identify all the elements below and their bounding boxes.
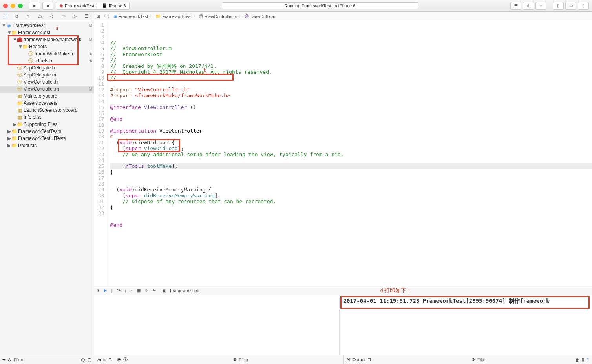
tree-row[interactable]: ▶📁Supporting Files bbox=[0, 121, 94, 128]
toggle-navigator-button[interactable]: ▯ bbox=[553, 2, 564, 10]
device-name: iPhone 6 bbox=[109, 4, 126, 8]
tree-row[interactable]: ⓜAppDelegate.m bbox=[0, 71, 94, 78]
filter-icon: ⊚ bbox=[7, 357, 11, 362]
debug-navigator-icon[interactable]: ▭ bbox=[61, 13, 68, 20]
toggle-utilities-button[interactable]: ▯ bbox=[578, 2, 589, 10]
console-output: 2017-04-01 11:19:51.723 FrameworkTest[28… bbox=[344, 298, 550, 304]
breakpoints-icon[interactable]: ▶ bbox=[104, 288, 107, 293]
forward-button[interactable]: 〉 bbox=[108, 13, 112, 19]
variables-view[interactable] bbox=[94, 295, 340, 355]
m-file-icon: ⓜ bbox=[199, 13, 203, 19]
toggle-debug-button[interactable]: ▭ bbox=[565, 2, 576, 10]
scheme-name: FrameworkTest bbox=[65, 4, 94, 8]
tree-row[interactable]: ▦Main.storyboard bbox=[0, 93, 94, 100]
tree-row[interactable]: ▶📁Products bbox=[0, 142, 94, 149]
run-button[interactable]: ▶ bbox=[29, 2, 40, 10]
tree-row[interactable]: ▼🧰frameWorkMake.frameworkM bbox=[0, 36, 94, 43]
traffic-lights bbox=[3, 4, 23, 8]
standard-editor-button[interactable]: ☰ bbox=[510, 2, 521, 10]
console-filter-input[interactable] bbox=[477, 357, 573, 362]
annotation-label-b: b bbox=[204, 67, 206, 73]
find-navigator-icon[interactable]: ⚠ bbox=[38, 13, 44, 20]
project-icon: ▣ bbox=[113, 14, 117, 19]
debug-area: ▾ ▶ ‖ ↷ ↓ ↑ ▦ ⚛ ➤ ▣ FrameworkTest d 打印如下… bbox=[94, 286, 592, 364]
report-navigator-icon[interactable]: ☰ bbox=[84, 13, 91, 20]
tree-row[interactable]: ▶📁FrameworkTestUITests bbox=[0, 135, 94, 142]
test-navigator-icon[interactable]: ◇ bbox=[50, 13, 56, 20]
line-gutter: 1234567891011121314151617181920212223242… bbox=[94, 21, 107, 286]
toggle-right-pane-icon[interactable]: ▯ bbox=[587, 357, 589, 362]
console-filter-bar: All Output⇅ ⊚ 🗑 ▯ ▯ bbox=[343, 355, 592, 364]
scheme-selector[interactable]: ◉ FrameworkTest 〉 📱 iPhone 6 bbox=[56, 2, 130, 10]
recent-filter-icon[interactable]: ◷ bbox=[81, 357, 85, 362]
version-editor-button[interactable]: ↔ bbox=[535, 2, 546, 10]
project-tree[interactable]: ▼◉ FrameworkTest M ▼📁FrameworkTest▼🧰fram… bbox=[0, 21, 94, 355]
annotation-label-c: c bbox=[110, 133, 113, 139]
crumb-3[interactable]: -viewDidLoad bbox=[250, 14, 276, 19]
close-button[interactable] bbox=[3, 4, 8, 8]
toggle-left-pane-icon[interactable]: ▯ bbox=[582, 357, 584, 362]
navigator-filter-bar: + ⊚ ◷ ▢ bbox=[0, 355, 94, 364]
step-into-icon[interactable]: ↓ bbox=[124, 288, 127, 293]
symbol-navigator-icon[interactable]: ○ bbox=[26, 13, 33, 20]
print-icon[interactable]: ⓘ bbox=[123, 357, 128, 362]
step-over-icon[interactable]: ↷ bbox=[117, 288, 121, 293]
source-control-icon[interactable]: ⧉ bbox=[15, 13, 21, 20]
toolbar: ▶ ■ ◉ FrameworkTest 〉 📱 iPhone 6 Running… bbox=[0, 0, 592, 12]
add-icon[interactable]: + bbox=[2, 357, 5, 362]
memory-graph-icon[interactable]: ⚛ bbox=[144, 288, 148, 293]
source-editor[interactable]: 1234567891011121314151617181920212223242… bbox=[94, 21, 592, 286]
hide-debug-icon[interactable]: ▾ bbox=[97, 288, 100, 293]
process-name[interactable]: FrameworkTest bbox=[170, 288, 199, 293]
quicklook-icon[interactable]: ◉ bbox=[117, 357, 121, 362]
annotation-label-a: a bbox=[56, 25, 58, 31]
code-content[interactable]: //// ViewController.m// FrameworkTest///… bbox=[107, 21, 592, 286]
variables-filter-input[interactable] bbox=[239, 357, 340, 362]
project-navigator-icon[interactable]: ▢ bbox=[3, 13, 9, 20]
tree-row[interactable]: ⓗViewController.h bbox=[0, 78, 94, 86]
tree-row[interactable]: ⓗframeWorkMake.hA bbox=[0, 50, 94, 57]
auto-scope[interactable]: Auto bbox=[97, 357, 106, 362]
scheme-separator: 〉 bbox=[96, 3, 100, 9]
crumb-2[interactable]: ViewController.m bbox=[205, 14, 237, 19]
console-view[interactable]: 2017-04-01 11:19:51.723 FrameworkTest[28… bbox=[340, 295, 592, 355]
breakpoint-navigator-icon[interactable]: ▷ bbox=[73, 13, 79, 20]
assistant-editor-button[interactable]: ◎ bbox=[523, 2, 534, 10]
tree-row[interactable]: ⓜViewController.mM bbox=[0, 86, 94, 93]
output-scope[interactable]: All Output bbox=[347, 357, 365, 362]
navigator-filter-input[interactable] bbox=[14, 357, 79, 362]
zoom-button[interactable] bbox=[18, 4, 23, 8]
filter-icon: ⊚ bbox=[233, 357, 237, 362]
navigator: ▢ ⧉ ○ ⚠ ◇ ▭ ▷ ☰ ▼◉ FrameworkTest M ▼📁Fra… bbox=[0, 12, 94, 364]
device-icon: 📱 bbox=[102, 3, 107, 8]
editor-area: ⊞ 〈 〉 ▣FrameworkTest 〉 📁FrameworkTest 〉 … bbox=[94, 12, 592, 364]
tree-row[interactable]: ▦Info.plist bbox=[0, 114, 94, 121]
tree-row[interactable]: ▶📁FrameworkTestTests bbox=[0, 128, 94, 135]
tree-label: FrameworkTest bbox=[13, 23, 88, 28]
tree-row[interactable]: ⓗAppDelegate.h bbox=[0, 64, 94, 71]
debug-toolbar: ▾ ▶ ‖ ↷ ↓ ↑ ▦ ⚛ ➤ ▣ FrameworkTest d 打印如下… bbox=[94, 286, 592, 295]
tree-root[interactable]: ▼◉ FrameworkTest M bbox=[0, 22, 94, 29]
step-out-icon[interactable]: ↑ bbox=[131, 288, 133, 293]
tree-row[interactable]: 📁Assets.xcassets bbox=[0, 100, 94, 107]
jump-bar[interactable]: ⊞ 〈 〉 ▣FrameworkTest 〉 📁FrameworkTest 〉 … bbox=[94, 12, 592, 21]
crumb-1[interactable]: FrameworkTest bbox=[162, 14, 192, 19]
continue-icon[interactable]: ‖ bbox=[111, 288, 113, 293]
activity-view: Running FrameworkTest on iPhone 6 bbox=[222, 2, 418, 9]
tree-row[interactable]: ▦LaunchScreen.storyboard bbox=[0, 107, 94, 114]
tree-row[interactable]: ▼📁FrameworkTest bbox=[0, 29, 94, 36]
scm-status: M bbox=[89, 24, 92, 28]
minimize-button[interactable] bbox=[11, 4, 15, 8]
navigator-selector: ▢ ⧉ ○ ⚠ ◇ ▭ ▷ ☰ bbox=[0, 12, 94, 21]
location-icon[interactable]: ➤ bbox=[152, 288, 156, 293]
related-items-icon[interactable]: ⊞ bbox=[97, 14, 100, 19]
scm-filter-icon[interactable]: ▢ bbox=[87, 357, 91, 362]
tree-row[interactable]: ▼📁Headers bbox=[0, 43, 94, 50]
back-button[interactable]: 〈 bbox=[102, 13, 106, 19]
clear-console-icon[interactable]: 🗑 bbox=[575, 357, 579, 362]
view-debug-icon[interactable]: ▦ bbox=[137, 288, 141, 293]
crumb-0[interactable]: FrameworkTest bbox=[119, 14, 148, 19]
variables-filter-bar: Auto⇅ ◉ ⓘ ⊚ bbox=[94, 355, 343, 364]
stop-button[interactable]: ■ bbox=[42, 2, 53, 10]
tree-row[interactable]: ⓗhTools.hA bbox=[0, 57, 94, 64]
